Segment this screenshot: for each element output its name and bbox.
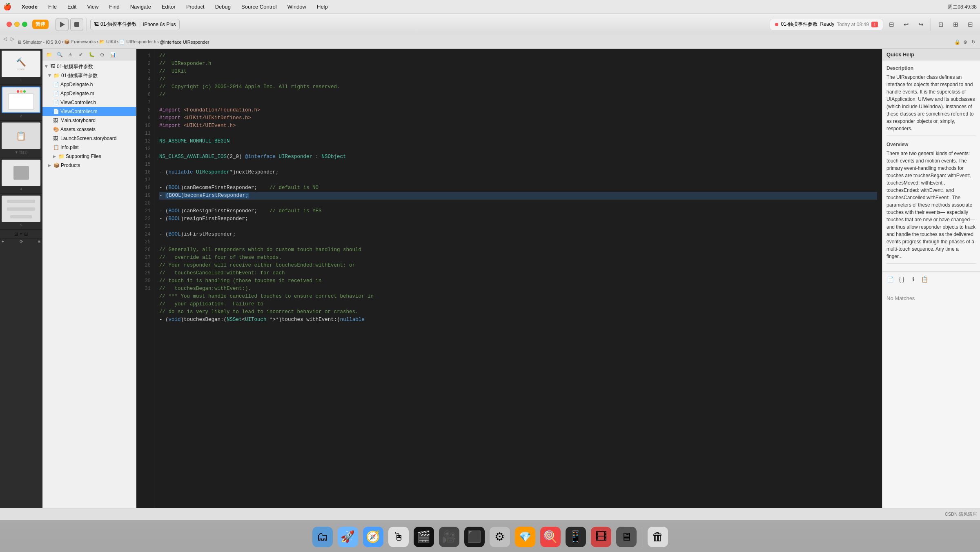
nav-forward-btn[interactable]: ▷ xyxy=(7,35,15,42)
menu-find[interactable]: Find xyxy=(107,3,121,11)
ln-8: 8 xyxy=(136,107,154,114)
file-subgroup[interactable]: ▶ 📁 01-触摸事件参数 xyxy=(42,71,136,80)
qh-info-btn[interactable]: ℹ xyxy=(909,275,918,284)
panel-btn-1[interactable]: ⊡ xyxy=(934,18,947,31)
slide-thumb-btn[interactable]: ⊟ xyxy=(24,231,28,237)
menu-edit[interactable]: Edit xyxy=(65,3,78,11)
dock-media[interactable]: 🎞 xyxy=(590,525,612,548)
bc-item-4[interactable]: 📄 UIResponder.h xyxy=(119,39,156,45)
qh-search-btn[interactable]: 📋 xyxy=(920,275,929,284)
code-line-6: // xyxy=(159,91,877,99)
dock-sketch[interactable]: 💎 xyxy=(514,525,537,548)
menu-xcode[interactable]: Xcode xyxy=(20,3,40,11)
scheme-selector[interactable]: 🏗 01-触摸事件参数 | iPhone 6s Plus xyxy=(90,19,180,30)
dock-candy[interactable]: 🍭 xyxy=(539,525,562,548)
ln-12: 12 xyxy=(136,138,154,145)
nav-refresh-btn[interactable]: ↻ xyxy=(969,38,978,46)
file-assets[interactable]: 🎨 Assets.xcassets xyxy=(42,125,136,134)
dock-imovie[interactable]: 🎥 xyxy=(438,525,461,548)
file-root-group[interactable]: ▶ 🏗 01-触摸事件参数 xyxy=(42,62,136,71)
dock-monitor[interactable]: 🖥 xyxy=(615,525,638,548)
filter-btn[interactable]: ⟳ xyxy=(20,239,23,244)
qh-desc-text: The UIResponder class defines an interfa… xyxy=(886,73,976,132)
nav-folder-btn[interactable]: 📁 xyxy=(45,51,53,59)
dock-quicktime[interactable]: 🎬 xyxy=(412,525,435,548)
nav-warning-btn[interactable]: ⚠ xyxy=(66,51,74,59)
dock-mouse[interactable]: 🖱 xyxy=(387,525,410,548)
root-label: 01-触摸事件参数 xyxy=(57,63,93,70)
file-appdelegate-h[interactable]: 📄 AppDelegate.h xyxy=(42,80,136,89)
layout-btn-1[interactable]: ⊟ xyxy=(885,18,898,31)
menu-editor[interactable]: Editor xyxy=(160,3,178,11)
slide-grid-btn[interactable]: ⊞ xyxy=(14,231,18,237)
file-viewcontroller-m[interactable]: 📄 ViewController.m xyxy=(42,107,136,116)
dock-launchpad[interactable]: 🚀 xyxy=(336,525,359,548)
dock-trash[interactable]: 🗑 xyxy=(646,525,669,548)
panel-btn-2[interactable]: ⊞ xyxy=(949,18,962,31)
nav-back-btn[interactable]: ◁ xyxy=(0,35,7,42)
dock-safari[interactable]: 🧭 xyxy=(362,525,385,548)
nav-report-btn[interactable]: 📊 xyxy=(109,51,117,59)
nav-debug-btn[interactable]: 🐛 xyxy=(87,51,96,59)
apple-menu[interactable]: 🍎 xyxy=(3,3,11,11)
file-products-group[interactable]: ▶ 📦 Products xyxy=(42,161,136,170)
slide-thumb-1[interactable]: 🔨 xcode 1 xyxy=(0,49,42,85)
settings-slide-btn[interactable]: ≡ xyxy=(38,239,40,244)
slide-thumb-2[interactable]: 2 xyxy=(0,85,42,121)
dock-terminal[interactable]: ⬛ xyxy=(463,525,486,548)
file-supporting-files[interactable]: ▶ 📁 Supporting Files xyxy=(42,152,136,161)
dock-systemprefs[interactable]: ⚙ xyxy=(488,525,511,548)
slide-preview-2 xyxy=(2,87,40,113)
slide-list-btn[interactable]: ≡ xyxy=(20,231,22,236)
stop-button[interactable] xyxy=(70,18,83,31)
menu-view[interactable]: View xyxy=(85,3,100,11)
nav-close-btn[interactable]: ⊗ xyxy=(961,38,969,46)
run-button[interactable] xyxy=(56,18,69,31)
menu-debug[interactable]: Debug xyxy=(213,3,233,11)
nav-lock-btn[interactable]: 🔒 xyxy=(953,38,961,46)
nav-breakpoint-btn[interactable]: ⊙ xyxy=(98,51,106,59)
bc-item-2[interactable]: 📦 Frameworks xyxy=(64,39,96,45)
layout-btn-3[interactable]: ↪ xyxy=(914,18,927,31)
panel-btn-3[interactable]: ⊟ xyxy=(964,18,977,31)
menu-source-control[interactable]: Source Control xyxy=(239,3,279,11)
maximize-button[interactable] xyxy=(22,22,27,27)
code-line-27b: // touchesCancelled:withEvent: for each xyxy=(159,269,877,277)
menu-file[interactable]: File xyxy=(46,3,59,11)
file-viewcontroller-h[interactable]: 📄 ViewController.h xyxy=(42,98,136,107)
code-lines-container[interactable]: // // UIResponder.h // UIKit // // Copyr… xyxy=(154,49,882,508)
bc-item-5[interactable]: @interface UIResponder xyxy=(160,40,209,45)
file-appdelegate-m[interactable]: 📄 AppDelegate.m xyxy=(42,89,136,98)
ln-9: 9 xyxy=(136,114,154,122)
bc-item-3[interactable]: 📂 UIKit xyxy=(99,39,116,45)
nav-search-btn[interactable]: 🔍 xyxy=(56,51,64,59)
dock-app1[interactable]: 📱 xyxy=(564,525,587,548)
dock-finder[interactable]: 🗂 xyxy=(311,525,334,548)
code-editor[interactable]: 1 2 3 4 5 6 7 8 9 10 11 12 13 14 15 16 1… xyxy=(136,49,882,508)
file-launch-storyboard[interactable]: 🖼 LaunchScreen.storyboard xyxy=(42,134,136,143)
nav-test-btn[interactable]: ✔ xyxy=(77,51,85,59)
root-icon: 🏗 xyxy=(50,64,55,69)
bc-item-1[interactable]: 🖥 Simulator - iOS 9.0 xyxy=(17,40,61,45)
menu-product[interactable]: Product xyxy=(184,3,207,11)
file-main-storyboard[interactable]: 🖼 Main.storyboard xyxy=(42,116,136,125)
slide-thumb-3[interactable]: 📋 ▼ 预(1) xyxy=(0,121,42,158)
add-slide-btn[interactable]: + xyxy=(2,239,4,244)
minimize-button[interactable] xyxy=(14,22,20,27)
qh-code-btn[interactable]: { } xyxy=(897,275,906,284)
code-line-26b: // override all four of these methods. xyxy=(159,254,877,262)
close-button[interactable] xyxy=(7,22,12,27)
menu-navigate[interactable]: Navigate xyxy=(128,3,153,11)
slide-thumb-4[interactable]: 4 xyxy=(0,158,42,194)
menu-help[interactable]: Help xyxy=(315,3,330,11)
menu-window[interactable]: Window xyxy=(285,3,308,11)
slide-num-4: 4 xyxy=(2,186,40,192)
nav-spacer xyxy=(212,35,951,49)
layout-btn-2[interactable]: ↩ xyxy=(900,18,913,31)
stop-icon xyxy=(74,22,79,27)
quicktime-icon: 🎬 xyxy=(414,527,434,547)
code-line-18: - (BOOL)canBecomeFirstResponder; // defa… xyxy=(159,184,877,192)
slide-thumb-5[interactable]: 5 xyxy=(0,194,42,230)
file-info-plist[interactable]: 📋 Info.plist xyxy=(42,143,136,152)
qh-doc-btn[interactable]: 📄 xyxy=(886,275,895,284)
